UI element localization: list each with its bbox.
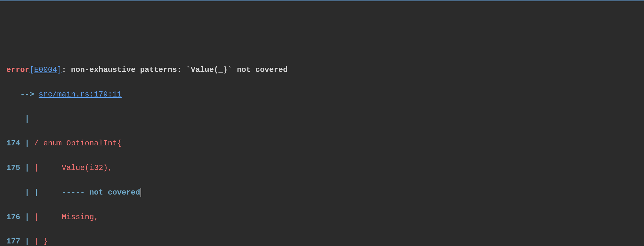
error-code-link[interactable]: [E0004] bbox=[29, 65, 62, 74]
code-line-176: 176 | | Missing, bbox=[6, 211, 638, 223]
code-176: | Missing, bbox=[34, 213, 99, 221]
text-cursor bbox=[141, 188, 141, 196]
underline-label: not covered bbox=[89, 188, 140, 197]
gutter-empty-1: | bbox=[6, 113, 638, 125]
error-label: error bbox=[6, 65, 29, 74]
code-174: / enum OptionalInt{ bbox=[34, 139, 122, 148]
location-arrow: --> bbox=[6, 90, 39, 99]
line-number-175: 175 | bbox=[6, 164, 34, 172]
source-location-link[interactable]: src/main.rs:179:11 bbox=[39, 90, 122, 99]
code-line-177: 177 | | } bbox=[6, 235, 638, 246]
location-line: --> src/main.rs:179:11 bbox=[6, 88, 638, 101]
code-line-174: 174 | / enum OptionalInt{ bbox=[6, 137, 638, 150]
line-number-177: 177 | bbox=[6, 237, 34, 246]
underline-line: | | ----- not covered bbox=[6, 187, 638, 199]
error-header: error[E0004]: non-exhaustive patterns: `… bbox=[6, 64, 638, 76]
code-line-175: 175 | | Value(i32), bbox=[6, 162, 638, 174]
error-message: : non-exhaustive patterns: `Value(_)` no… bbox=[62, 65, 288, 74]
underline-dashes: | ----- bbox=[34, 188, 89, 197]
line-number-176: 176 | bbox=[6, 213, 34, 221]
code-177: | } bbox=[34, 237, 48, 246]
line-number-174: 174 | bbox=[6, 139, 34, 148]
code-175: | Value(i32), bbox=[34, 164, 112, 172]
